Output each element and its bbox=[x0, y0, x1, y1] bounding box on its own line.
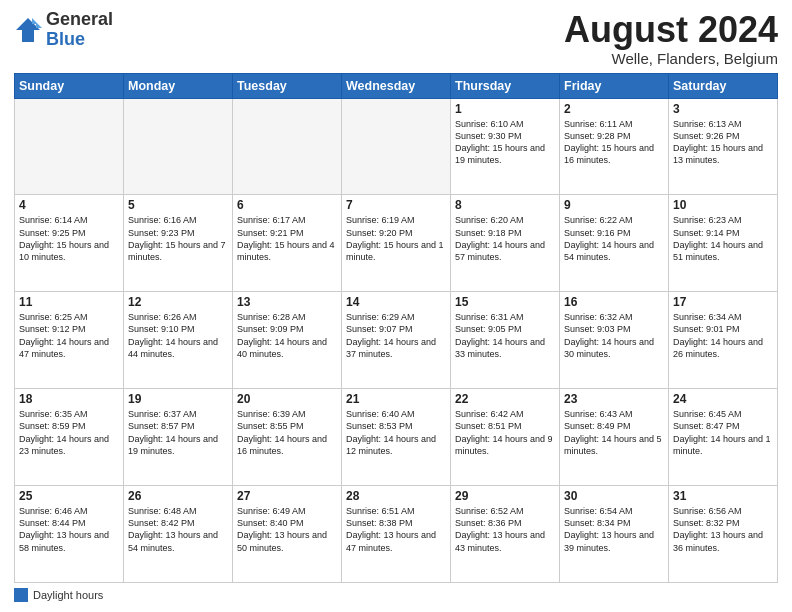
location: Welle, Flanders, Belgium bbox=[564, 50, 778, 67]
day-number: 13 bbox=[237, 295, 337, 309]
day-info: Sunrise: 6:26 AMSunset: 9:10 PMDaylight:… bbox=[128, 311, 228, 360]
day-info: Sunrise: 6:10 AMSunset: 9:30 PMDaylight:… bbox=[455, 118, 555, 167]
day-number: 21 bbox=[346, 392, 446, 406]
day-number: 18 bbox=[19, 392, 119, 406]
day-info: Sunrise: 6:54 AMSunset: 8:34 PMDaylight:… bbox=[564, 505, 664, 554]
legend-label: Daylight hours bbox=[33, 589, 103, 601]
logo: General Blue bbox=[14, 10, 113, 50]
day-number: 25 bbox=[19, 489, 119, 503]
day-info: Sunrise: 6:28 AMSunset: 9:09 PMDaylight:… bbox=[237, 311, 337, 360]
day-info: Sunrise: 6:23 AMSunset: 9:14 PMDaylight:… bbox=[673, 214, 773, 263]
day-info: Sunrise: 6:32 AMSunset: 9:03 PMDaylight:… bbox=[564, 311, 664, 360]
day-number: 16 bbox=[564, 295, 664, 309]
day-number: 29 bbox=[455, 489, 555, 503]
calendar-day-cell: 27Sunrise: 6:49 AMSunset: 8:40 PMDayligh… bbox=[233, 486, 342, 583]
day-number: 3 bbox=[673, 102, 773, 116]
calendar-day-cell: 7Sunrise: 6:19 AMSunset: 9:20 PMDaylight… bbox=[342, 195, 451, 292]
day-number: 20 bbox=[237, 392, 337, 406]
calendar-weekday-monday: Monday bbox=[124, 73, 233, 98]
calendar-day-cell bbox=[342, 98, 451, 195]
calendar-day-cell: 2Sunrise: 6:11 AMSunset: 9:28 PMDaylight… bbox=[560, 98, 669, 195]
day-number: 14 bbox=[346, 295, 446, 309]
day-info: Sunrise: 6:37 AMSunset: 8:57 PMDaylight:… bbox=[128, 408, 228, 457]
calendar-day-cell: 22Sunrise: 6:42 AMSunset: 8:51 PMDayligh… bbox=[451, 389, 560, 486]
day-number: 9 bbox=[564, 198, 664, 212]
calendar-header-row: SundayMondayTuesdayWednesdayThursdayFrid… bbox=[15, 73, 778, 98]
calendar-day-cell: 16Sunrise: 6:32 AMSunset: 9:03 PMDayligh… bbox=[560, 292, 669, 389]
day-number: 23 bbox=[564, 392, 664, 406]
calendar-day-cell: 29Sunrise: 6:52 AMSunset: 8:36 PMDayligh… bbox=[451, 486, 560, 583]
day-info: Sunrise: 6:56 AMSunset: 8:32 PMDaylight:… bbox=[673, 505, 773, 554]
calendar-day-cell: 25Sunrise: 6:46 AMSunset: 8:44 PMDayligh… bbox=[15, 486, 124, 583]
calendar-day-cell bbox=[15, 98, 124, 195]
calendar-weekday-friday: Friday bbox=[560, 73, 669, 98]
day-info: Sunrise: 6:22 AMSunset: 9:16 PMDaylight:… bbox=[564, 214, 664, 263]
calendar-day-cell: 23Sunrise: 6:43 AMSunset: 8:49 PMDayligh… bbox=[560, 389, 669, 486]
calendar-day-cell: 10Sunrise: 6:23 AMSunset: 9:14 PMDayligh… bbox=[669, 195, 778, 292]
calendar-day-cell: 13Sunrise: 6:28 AMSunset: 9:09 PMDayligh… bbox=[233, 292, 342, 389]
day-number: 5 bbox=[128, 198, 228, 212]
calendar-week-row: 25Sunrise: 6:46 AMSunset: 8:44 PMDayligh… bbox=[15, 486, 778, 583]
svg-marker-0 bbox=[16, 18, 40, 42]
legend-color-box bbox=[14, 588, 28, 602]
day-info: Sunrise: 6:40 AMSunset: 8:53 PMDaylight:… bbox=[346, 408, 446, 457]
day-number: 7 bbox=[346, 198, 446, 212]
day-info: Sunrise: 6:42 AMSunset: 8:51 PMDaylight:… bbox=[455, 408, 555, 457]
day-number: 19 bbox=[128, 392, 228, 406]
day-info: Sunrise: 6:39 AMSunset: 8:55 PMDaylight:… bbox=[237, 408, 337, 457]
calendar-day-cell: 28Sunrise: 6:51 AMSunset: 8:38 PMDayligh… bbox=[342, 486, 451, 583]
calendar-weekday-wednesday: Wednesday bbox=[342, 73, 451, 98]
day-info: Sunrise: 6:45 AMSunset: 8:47 PMDaylight:… bbox=[673, 408, 773, 457]
header: General Blue August 2024 Welle, Flanders… bbox=[14, 10, 778, 67]
day-info: Sunrise: 6:49 AMSunset: 8:40 PMDaylight:… bbox=[237, 505, 337, 554]
calendar-day-cell: 14Sunrise: 6:29 AMSunset: 9:07 PMDayligh… bbox=[342, 292, 451, 389]
calendar-table: SundayMondayTuesdayWednesdayThursdayFrid… bbox=[14, 73, 778, 583]
calendar-day-cell: 11Sunrise: 6:25 AMSunset: 9:12 PMDayligh… bbox=[15, 292, 124, 389]
day-number: 28 bbox=[346, 489, 446, 503]
calendar-day-cell: 20Sunrise: 6:39 AMSunset: 8:55 PMDayligh… bbox=[233, 389, 342, 486]
calendar-weekday-saturday: Saturday bbox=[669, 73, 778, 98]
month-title: August 2024 bbox=[564, 10, 778, 50]
calendar-day-cell: 9Sunrise: 6:22 AMSunset: 9:16 PMDaylight… bbox=[560, 195, 669, 292]
day-info: Sunrise: 6:14 AMSunset: 9:25 PMDaylight:… bbox=[19, 214, 119, 263]
day-info: Sunrise: 6:25 AMSunset: 9:12 PMDaylight:… bbox=[19, 311, 119, 360]
calendar-day-cell: 18Sunrise: 6:35 AMSunset: 8:59 PMDayligh… bbox=[15, 389, 124, 486]
day-info: Sunrise: 6:20 AMSunset: 9:18 PMDaylight:… bbox=[455, 214, 555, 263]
logo-text: General Blue bbox=[46, 10, 113, 50]
day-number: 31 bbox=[673, 489, 773, 503]
calendar-day-cell: 15Sunrise: 6:31 AMSunset: 9:05 PMDayligh… bbox=[451, 292, 560, 389]
calendar-week-row: 11Sunrise: 6:25 AMSunset: 9:12 PMDayligh… bbox=[15, 292, 778, 389]
day-number: 26 bbox=[128, 489, 228, 503]
logo-icon bbox=[14, 16, 42, 44]
calendar-weekday-sunday: Sunday bbox=[15, 73, 124, 98]
day-info: Sunrise: 6:48 AMSunset: 8:42 PMDaylight:… bbox=[128, 505, 228, 554]
calendar-day-cell: 5Sunrise: 6:16 AMSunset: 9:23 PMDaylight… bbox=[124, 195, 233, 292]
day-number: 2 bbox=[564, 102, 664, 116]
day-info: Sunrise: 6:11 AMSunset: 9:28 PMDaylight:… bbox=[564, 118, 664, 167]
calendar-day-cell bbox=[124, 98, 233, 195]
day-number: 10 bbox=[673, 198, 773, 212]
day-info: Sunrise: 6:46 AMSunset: 8:44 PMDaylight:… bbox=[19, 505, 119, 554]
calendar-week-row: 4Sunrise: 6:14 AMSunset: 9:25 PMDaylight… bbox=[15, 195, 778, 292]
calendar-day-cell: 4Sunrise: 6:14 AMSunset: 9:25 PMDaylight… bbox=[15, 195, 124, 292]
day-info: Sunrise: 6:17 AMSunset: 9:21 PMDaylight:… bbox=[237, 214, 337, 263]
calendar-day-cell: 31Sunrise: 6:56 AMSunset: 8:32 PMDayligh… bbox=[669, 486, 778, 583]
day-info: Sunrise: 6:43 AMSunset: 8:49 PMDaylight:… bbox=[564, 408, 664, 457]
day-number: 15 bbox=[455, 295, 555, 309]
day-info: Sunrise: 6:13 AMSunset: 9:26 PMDaylight:… bbox=[673, 118, 773, 167]
day-info: Sunrise: 6:35 AMSunset: 8:59 PMDaylight:… bbox=[19, 408, 119, 457]
day-info: Sunrise: 6:29 AMSunset: 9:07 PMDaylight:… bbox=[346, 311, 446, 360]
logo-blue: Blue bbox=[46, 30, 113, 50]
title-block: August 2024 Welle, Flanders, Belgium bbox=[564, 10, 778, 67]
calendar-day-cell: 24Sunrise: 6:45 AMSunset: 8:47 PMDayligh… bbox=[669, 389, 778, 486]
day-info: Sunrise: 6:31 AMSunset: 9:05 PMDaylight:… bbox=[455, 311, 555, 360]
day-number: 8 bbox=[455, 198, 555, 212]
calendar-weekday-thursday: Thursday bbox=[451, 73, 560, 98]
day-number: 6 bbox=[237, 198, 337, 212]
calendar-day-cell: 30Sunrise: 6:54 AMSunset: 8:34 PMDayligh… bbox=[560, 486, 669, 583]
day-number: 30 bbox=[564, 489, 664, 503]
day-number: 27 bbox=[237, 489, 337, 503]
legend: Daylight hours bbox=[14, 588, 778, 602]
calendar-week-row: 1Sunrise: 6:10 AMSunset: 9:30 PMDaylight… bbox=[15, 98, 778, 195]
calendar-day-cell: 8Sunrise: 6:20 AMSunset: 9:18 PMDaylight… bbox=[451, 195, 560, 292]
